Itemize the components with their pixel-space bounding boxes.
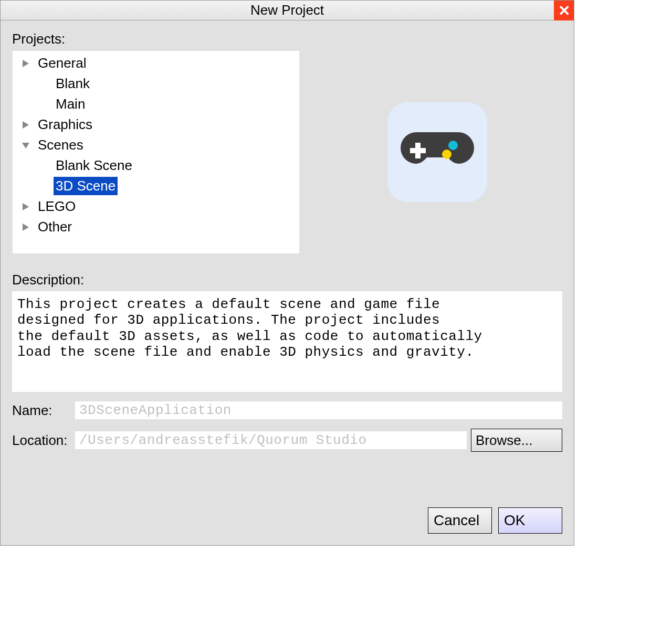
collapse-arrow-icon — [19, 139, 33, 152]
location-input[interactable] — [75, 431, 467, 449]
ok-button[interactable]: OK — [498, 507, 562, 534]
window-title: New Project — [250, 2, 324, 18]
tree-item-lego[interactable]: LEGO — [16, 196, 296, 217]
project-preview — [387, 102, 487, 202]
browse-button[interactable]: Browse... — [471, 429, 562, 452]
tree-item-main[interactable]: Main — [16, 94, 296, 114]
expand-arrow-icon — [19, 118, 33, 132]
svg-rect-6 — [410, 148, 426, 153]
close-icon: ✕ — [558, 2, 570, 19]
description-label: Description: — [12, 272, 562, 288]
svg-point-8 — [442, 150, 452, 159]
location-label: Location: — [12, 432, 71, 449]
title-bar: New Project ✕ — [1, 1, 574, 20]
svg-point-7 — [448, 141, 458, 150]
description-section: Description: This project creates a defa… — [12, 272, 562, 392]
location-row: Location: Browse... — [12, 429, 562, 452]
tree-label: Main — [54, 95, 87, 113]
name-label: Name: — [12, 402, 71, 419]
tree-item-other[interactable]: Other — [16, 217, 296, 237]
svg-marker-4 — [23, 224, 29, 231]
projects-tree[interactable]: General Blank Main Graphics — [12, 50, 300, 254]
new-project-dialog: New Project ✕ Projects: General Blank Ma… — [0, 0, 574, 546]
tree-item-scenes[interactable]: Scenes — [16, 135, 296, 155]
tree-item-general[interactable]: General — [16, 53, 296, 73]
tree-item-blank[interactable]: Blank — [16, 73, 296, 94]
tree-label: LEGO — [36, 197, 78, 216]
projects-row: General Blank Main Graphics — [12, 50, 562, 254]
tree-label: Scenes — [36, 136, 86, 154]
description-text: This project creates a default scene and… — [12, 291, 562, 392]
svg-marker-0 — [23, 60, 29, 67]
tree-item-3d-scene[interactable]: 3D Scene — [16, 176, 296, 196]
tree-label: 3D Scene — [54, 177, 118, 195]
name-row: Name: — [12, 401, 562, 419]
close-button[interactable]: ✕ — [554, 1, 574, 20]
expand-arrow-icon — [19, 200, 33, 214]
tree-label: Blank — [54, 75, 92, 93]
expand-arrow-icon — [19, 220, 33, 234]
expand-arrow-icon — [19, 57, 33, 70]
gamepad-icon — [401, 127, 474, 177]
tree-label: General — [36, 54, 89, 72]
svg-marker-3 — [23, 203, 29, 210]
tree-label: Blank Scene — [54, 156, 134, 175]
preview-panel — [312, 50, 562, 254]
tree-item-graphics[interactable]: Graphics — [16, 114, 296, 135]
tree-label: Graphics — [36, 115, 94, 134]
dialog-buttons: Cancel OK — [428, 507, 562, 534]
dialog-content: Projects: General Blank Main — [1, 20, 574, 545]
svg-marker-2 — [22, 143, 29, 148]
tree-item-blank-scene[interactable]: Blank Scene — [16, 155, 296, 176]
tree-label: Other — [36, 218, 74, 236]
cancel-button[interactable]: Cancel — [428, 507, 492, 534]
svg-marker-1 — [23, 121, 29, 129]
name-input[interactable] — [75, 401, 562, 419]
projects-label: Projects: — [12, 31, 562, 47]
